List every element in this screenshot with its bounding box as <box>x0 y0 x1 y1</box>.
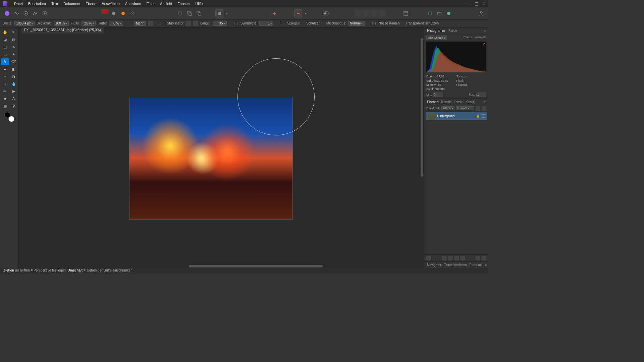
add-layer-icon[interactable] <box>460 256 465 260</box>
window-maximize[interactable]: ▢ <box>475 1 478 6</box>
add-live-filter-icon[interactable] <box>454 256 459 260</box>
menu-text[interactable]: Text <box>49 2 61 6</box>
selection-tool[interactable]: ◫ <box>1 44 9 50</box>
layer-opacity-field[interactable]: 100 % <box>441 106 455 110</box>
persona-export-icon[interactable] <box>40 9 49 18</box>
menu-anordnen[interactable]: Anordnen <box>122 2 144 6</box>
shape-tool[interactable]: ★ <box>1 95 9 102</box>
swatch-color-wheel-icon[interactable] <box>119 9 127 18</box>
window-icon[interactable] <box>193 21 198 26</box>
clone-tool[interactable]: ⊕ <box>1 80 9 87</box>
fill-tool[interactable]: ▰ <box>1 66 9 72</box>
mirror-checkbox[interactable] <box>281 22 284 25</box>
protect-label[interactable]: Schützen <box>306 21 320 25</box>
tab-histogramm[interactable]: Histogramm <box>427 29 445 33</box>
swatch-grey-icon[interactable] <box>109 9 118 18</box>
add-adjustment-icon[interactable] <box>448 256 453 260</box>
protect-alpha-label[interactable]: Transparenz schützen <box>406 21 439 25</box>
mask-icon[interactable] <box>426 256 431 260</box>
min-input[interactable] <box>433 93 443 97</box>
layer-name[interactable]: Hintergrund <box>437 114 474 118</box>
max-input[interactable] <box>476 93 486 97</box>
mesh-tool[interactable]: ▦ <box>1 103 9 109</box>
histogram-channel-select[interactable]: Alle Kanäle <box>426 36 447 40</box>
dropdown-chevron-icon[interactable]: ▾ <box>305 12 307 15</box>
menu-filter[interactable]: Filter <box>144 2 157 6</box>
layer-lock-icon[interactable] <box>476 106 480 111</box>
menu-ebene[interactable]: Ebene <box>83 2 99 6</box>
color-picker-tool[interactable]: ◢ <box>1 36 9 43</box>
dropdown-chevron-icon[interactable]: ▾ <box>226 12 228 15</box>
panel-menu-icon[interactable]: ≡ <box>484 29 486 33</box>
assistant-icon[interactable] <box>322 9 331 18</box>
cloud-sync-icon[interactable] <box>426 9 434 18</box>
layer-visibility-checkbox[interactable] <box>482 114 485 118</box>
menu-dokument[interactable]: Dokument <box>61 2 83 6</box>
zoom-tool[interactable]: ⚲ <box>10 103 18 109</box>
cloud-upload-icon[interactable] <box>435 9 444 18</box>
persona-liquify-icon[interactable] <box>12 9 21 18</box>
panel-menu-icon[interactable]: ≡ <box>485 263 487 267</box>
window-close[interactable]: ✕ <box>482 1 486 6</box>
layer-blend-field[interactable]: Normal <box>456 106 474 110</box>
paint-brush-tool[interactable]: ✎ <box>1 58 9 65</box>
snapping-icon[interactable] <box>270 9 279 18</box>
wetedges-checkbox[interactable] <box>372 22 376 25</box>
text-tool[interactable]: A <box>10 95 18 102</box>
tab-farbe[interactable]: Farbe <box>448 29 457 33</box>
stabilizer-checkbox[interactable] <box>161 22 164 25</box>
flow-field[interactable]: 25 % <box>82 21 96 26</box>
cloud-share-icon[interactable] <box>444 9 453 18</box>
tab-kanaele[interactable]: Kanäle <box>441 100 451 104</box>
menu-ansicht[interactable]: Ansicht <box>157 2 175 6</box>
horizontal-scrollbar[interactable] <box>19 264 424 268</box>
group-layers-icon[interactable] <box>476 256 480 260</box>
move-tool[interactable]: ↖ <box>10 29 18 36</box>
add-mask-icon[interactable] <box>442 256 447 260</box>
width-field[interactable]: 1068,4 px <box>14 21 35 26</box>
gradient-tool[interactable]: ◧ <box>10 66 18 72</box>
quickmask-dropdown[interactable] <box>215 9 223 17</box>
erase-tool[interactable]: ⌫ <box>10 58 18 65</box>
persona-tonemap-icon[interactable] <box>31 9 40 18</box>
vertical-scrollbar[interactable] <box>420 34 424 264</box>
length-field[interactable]: 35 <box>213 21 227 26</box>
sel-sub-icon[interactable] <box>195 9 203 18</box>
layer-fx-icon[interactable] <box>482 106 486 111</box>
tab-protokoll[interactable]: Protokoll <box>469 263 482 267</box>
layer-lock-indicator[interactable]: 🔒 <box>476 114 480 118</box>
symmetry-checkbox[interactable] <box>234 22 237 25</box>
persona-develop-icon[interactable] <box>21 9 30 18</box>
layer-row[interactable]: Hintergrund 🔒 <box>426 112 487 120</box>
account-icon[interactable] <box>477 9 486 18</box>
hist-link-auswahl[interactable]: Auswahl <box>475 36 486 39</box>
menu-fenster[interactable]: Fenster <box>175 2 193 6</box>
arrange-dropdown[interactable] <box>294 9 302 17</box>
panel-menu-icon[interactable]: ≡ <box>484 100 486 104</box>
sel-new-icon[interactable] <box>176 9 184 18</box>
swatch-red[interactable] <box>101 9 109 14</box>
opacity-field[interactable]: 100 % <box>54 21 69 26</box>
document-tab[interactable]: PXL_20230127_135623241.jpg [Geändert] (2… <box>21 27 104 34</box>
smudge-tool[interactable]: 💧 <box>10 80 18 87</box>
swatch-none-icon[interactable] <box>128 9 137 18</box>
hardness-field[interactable]: 0 % <box>109 21 123 26</box>
tab-ebenen[interactable]: Ebenen <box>427 100 438 104</box>
pen-tool[interactable]: ✑ <box>1 88 9 95</box>
rope-icon[interactable] <box>185 21 191 26</box>
tab-stock[interactable]: Stock <box>466 100 475 104</box>
hand-tool[interactable]: ✋ <box>1 29 9 36</box>
sel-add-icon[interactable] <box>185 9 194 18</box>
node-tool[interactable]: ▶ <box>10 88 18 95</box>
menu-bearbeiten[interactable]: Bearbeiten <box>25 2 49 6</box>
hist-link-ebene[interactable]: Ebene <box>463 36 472 39</box>
foreground-color-swatch[interactable] <box>4 112 10 118</box>
symmetry-field[interactable]: 1 <box>259 21 273 26</box>
marquee-tool[interactable]: ▭ <box>1 51 9 58</box>
brush-preset-icon[interactable] <box>148 21 153 26</box>
tab-transformieren[interactable]: Transformieren <box>444 263 467 267</box>
menu-auswaehlen[interactable]: Auswählen <box>99 2 122 6</box>
burn-tool[interactable]: ◑ <box>10 73 18 80</box>
menu-datei[interactable]: Datei <box>11 2 25 6</box>
blendmode-field[interactable]: Normal <box>348 21 365 26</box>
